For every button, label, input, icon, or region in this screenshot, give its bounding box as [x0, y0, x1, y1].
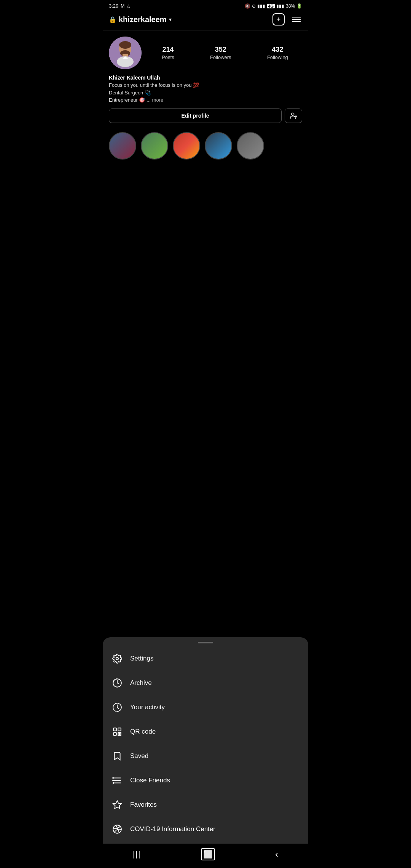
bio-description: Focus on you until the focus is on you 💯…: [109, 81, 302, 104]
activity-label: Your activity: [130, 704, 165, 711]
close-friends-label: Close Friends: [130, 777, 170, 784]
drag-handle: [198, 642, 213, 643]
story-item-4[interactable]: [205, 132, 232, 160]
profile-section: 214 Posts 352 Followers 432 Following Kh…: [103, 30, 308, 132]
saved-icon: [112, 751, 123, 761]
svg-rect-13: [113, 728, 116, 731]
avatar[interactable]: [109, 37, 142, 69]
mute-icon: 🔇: [245, 3, 250, 9]
svg-point-23: [113, 777, 113, 778]
profile-action-buttons: Edit profile: [109, 108, 302, 123]
posts-count: 214: [162, 46, 174, 54]
battery-display: 38%: [286, 3, 295, 9]
profile-top-row: 214 Posts 352 Followers 432 Following: [109, 37, 302, 69]
close-friends-icon: [112, 775, 123, 786]
posts-label: Posts: [162, 54, 174, 60]
signal-icon: ▮▮▮: [257, 3, 265, 9]
svg-rect-15: [113, 732, 116, 736]
dropdown-chevron: ▾: [169, 16, 172, 22]
add-post-button[interactable]: +: [272, 13, 285, 26]
followers-count: 352: [210, 46, 231, 54]
hotspot-icon: ⊙: [252, 3, 256, 9]
profile-bio: Khizer Kaleem Ullah Focus on you until t…: [109, 75, 302, 104]
network-badge: 4G: [267, 4, 275, 8]
battery-icon: 🔋: [296, 3, 302, 9]
posts-stat[interactable]: 214 Posts: [162, 46, 174, 61]
svg-rect-16: [118, 732, 119, 734]
covid-icon: [112, 824, 123, 834]
navigation-bar: ||| ⬜ ‹: [103, 844, 308, 868]
svg-rect-14: [118, 728, 121, 731]
sheet-handle: [103, 637, 308, 646]
nav-home-button[interactable]: ⬜: [201, 848, 215, 860]
menu-item-archive[interactable]: Archive: [103, 671, 308, 695]
lock-icon: 🔒: [109, 16, 116, 23]
covid-label: COVID-19 Information Center: [130, 825, 215, 833]
menu-item-covid[interactable]: COVID-19 Information Center: [103, 817, 308, 841]
svg-rect-19: [120, 732, 121, 734]
mail-icon: M: [121, 3, 124, 9]
bio-line1: Focus on you until the focus is on you 💯: [109, 82, 199, 88]
time-display: 3:29: [109, 3, 118, 9]
edit-profile-button[interactable]: Edit profile: [109, 108, 282, 123]
menu-item-qr[interactable]: QR code: [103, 720, 308, 744]
alert-icon: △: [127, 3, 130, 8]
svg-rect-17: [120, 734, 121, 736]
favorites-icon: [112, 799, 123, 810]
svg-point-24: [113, 780, 113, 781]
add-friend-button[interactable]: [285, 108, 302, 123]
svg-point-7: [292, 113, 294, 115]
story-item-1[interactable]: [109, 132, 136, 160]
signal2-icon: ▮▮▮: [276, 3, 284, 9]
status-bar: 3:29 M △ 🔇 ⊙ ▮▮▮ 4G ▮▮▮ 38% 🔋: [103, 0, 308, 10]
settings-icon: [112, 653, 123, 664]
bottom-sheet-menu: Settings Archive Your activity: [103, 637, 308, 868]
menu-item-close-friends[interactable]: Close Friends: [103, 768, 308, 793]
svg-rect-18: [118, 734, 119, 736]
menu-item-saved[interactable]: Saved: [103, 744, 308, 768]
username-label: khizerkaleem: [119, 15, 167, 24]
header-username-area[interactable]: 🔒 khizerkaleem ▾: [109, 15, 172, 24]
header-actions: +: [272, 13, 302, 26]
favorites-label: Favorites: [130, 801, 157, 809]
menu-item-activity[interactable]: Your activity: [103, 695, 308, 720]
profile-stats: 214 Posts 352 Followers 432 Following: [148, 46, 302, 61]
following-stat[interactable]: 432 Following: [267, 46, 288, 61]
settings-label: Settings: [130, 655, 153, 662]
stories-row: [103, 132, 308, 160]
menu-item-settings[interactable]: Settings: [103, 646, 308, 671]
hamburger-menu-button[interactable]: [291, 15, 302, 24]
qr-icon: [112, 726, 123, 737]
following-label: Following: [267, 54, 288, 60]
nav-back-button[interactable]: ‹: [275, 849, 278, 860]
story-item-2[interactable]: [141, 132, 168, 160]
svg-point-10: [116, 657, 119, 660]
story-item-5[interactable]: [237, 132, 264, 160]
menu-item-favorites[interactable]: Favorites: [103, 793, 308, 817]
archive-label: Archive: [130, 679, 152, 687]
following-count: 432: [267, 46, 288, 54]
activity-icon: [112, 702, 123, 713]
status-time: 3:29 M △: [109, 3, 130, 9]
status-indicators: 🔇 ⊙ ▮▮▮ 4G ▮▮▮ 38% 🔋: [245, 3, 302, 9]
bio-line2: Dental Surgeon 🩺: [109, 90, 151, 96]
svg-marker-25: [113, 782, 114, 783]
svg-point-2: [119, 41, 131, 49]
followers-label: Followers: [210, 54, 231, 60]
profile-header: 🔒 khizerkaleem ▾ +: [103, 10, 308, 30]
bio-more-link[interactable]: ... more: [147, 97, 163, 103]
story-item-3[interactable]: [173, 132, 200, 160]
saved-label: Saved: [130, 752, 148, 760]
nav-menu-button[interactable]: |||: [133, 850, 141, 859]
bio-fullname: Khizer Kaleem Ullah: [109, 75, 302, 81]
qr-label: QR code: [130, 728, 156, 736]
bio-line3: Entrepreneur 🎯: [109, 97, 145, 103]
archive-icon: [112, 678, 123, 688]
svg-marker-26: [113, 801, 121, 809]
followers-stat[interactable]: 352 Followers: [210, 46, 231, 61]
